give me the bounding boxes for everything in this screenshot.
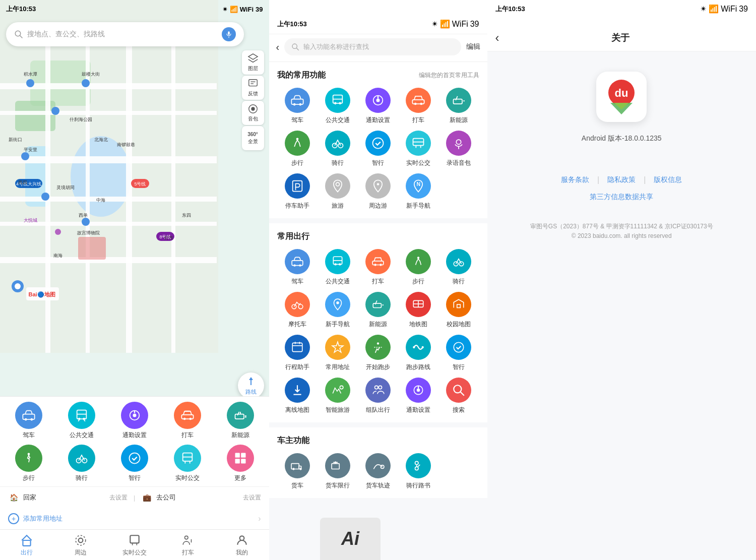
ct-moto[interactable]: 摩托车: [277, 292, 318, 329]
quick-icon-walk[interactable]: 步行: [4, 445, 53, 482]
nav-item-nearby[interactable]: 周边: [54, 530, 108, 560]
func-bike[interactable]: 骑行: [318, 131, 358, 167]
ct-drive[interactable]: 驾车: [277, 249, 318, 286]
ct-address[interactable]: 常用地址: [318, 335, 358, 371]
ct-offline[interactable]: 离线地图: [277, 378, 318, 414]
route-button[interactable]: 路线: [238, 372, 264, 399]
svg-point-58: [251, 107, 255, 110]
ev-label: 新能源: [231, 431, 249, 440]
ct-roadbook[interactable]: 骑行路书: [398, 453, 438, 490]
func-realbus[interactable]: 实时公交: [398, 131, 438, 167]
quick-icon-realbus[interactable]: 实时公交: [163, 445, 212, 482]
ct-walk[interactable]: 步行: [398, 249, 438, 286]
quick-icon-drive[interactable]: 驾车: [4, 402, 53, 440]
ct-taxi[interactable]: 打车: [358, 249, 398, 286]
layers-tool[interactable]: 图层: [242, 50, 264, 75]
quick-icon-transit[interactable]: 公共交通: [57, 402, 106, 440]
svg-point-170: [379, 386, 382, 389]
nav-realtime-label: 实时公交: [122, 548, 147, 557]
ct-bike[interactable]: 骑行: [438, 249, 479, 286]
nav-item-mine[interactable]: 我的: [215, 530, 269, 560]
quick-icon-bike[interactable]: 骑行: [57, 445, 106, 482]
svg-text:Bai🔵地图: Bai🔵地图: [28, 291, 55, 298]
ct-trucktrack[interactable]: 货车轨迹: [358, 453, 398, 490]
edit-btn[interactable]: 编辑: [466, 42, 480, 51]
my-functions-action[interactable]: 编辑您的首页常用工具: [419, 71, 479, 80]
ct-search[interactable]: 搜索: [438, 378, 479, 414]
ev-icon-bg: [227, 402, 254, 429]
nav-item-realtime[interactable]: 实时公交: [107, 530, 161, 560]
panorama-tool[interactable]: 360° 全景: [242, 126, 264, 150]
func-travel[interactable]: 旅游: [318, 173, 358, 210]
func-taxi[interactable]: 打车: [398, 88, 438, 125]
ct-novice[interactable]: 新手导航: [318, 292, 358, 329]
commute-label: 通勤设置: [122, 431, 147, 440]
ct-group[interactable]: 组队出行: [358, 378, 398, 414]
svg-line-79: [237, 412, 239, 415]
func-transit[interactable]: 公共交通: [318, 88, 358, 125]
ct-transit[interactable]: 公共交通: [318, 249, 358, 286]
svg-point-183: [415, 461, 419, 465]
ct-running[interactable]: 开始跑步: [358, 335, 398, 371]
work-name: 去公司: [156, 493, 238, 502]
quick-icon-commute[interactable]: 通勤设置: [110, 402, 159, 440]
quick-icon-smart[interactable]: 智行: [110, 445, 159, 482]
status-icons-left: ✴ 📶 WiFi 39: [222, 6, 263, 13]
func-ev[interactable]: 新能源: [438, 88, 479, 125]
svg-point-140: [334, 263, 336, 265]
privacy-link[interactable]: 隐私政策: [599, 173, 644, 186]
nav-item-travel[interactable]: 出行: [0, 530, 54, 560]
svg-text:北海北: 北海北: [94, 137, 108, 142]
map-search-bar[interactable]: 搜地点、查公交、找路线: [6, 22, 244, 46]
map-panel: 上午10:53 ✴ 📶 WiFi 39: [0, 0, 269, 560]
third-party-link[interactable]: 第三方信息数据共享: [590, 193, 653, 202]
back-btn-right[interactable]: ‹: [495, 32, 499, 44]
add-location-btn[interactable]: + 添加常用地址 ›: [0, 510, 269, 529]
func-novice[interactable]: N 新手导航: [398, 173, 438, 210]
svg-point-146: [454, 262, 459, 266]
ct-truck[interactable]: 货车: [277, 453, 318, 490]
copyright-link[interactable]: 版权信息: [646, 173, 690, 186]
func-drive[interactable]: 驾车: [277, 88, 318, 125]
svg-rect-76: [235, 414, 244, 419]
cargo-header: 车主功能: [277, 435, 479, 446]
svg-point-17: [82, 79, 90, 87]
transit-label: 公共交通: [70, 431, 94, 440]
func-novice-label: 新手导航: [406, 202, 430, 210]
svg-point-150: [336, 301, 339, 304]
func-nearby-travel[interactable]: 周边游: [358, 173, 398, 210]
func-commute[interactable]: 通勤设置: [358, 88, 398, 125]
terms-link[interactable]: 服务条款: [553, 173, 597, 186]
ct-metro[interactable]: 地铁图: [398, 292, 438, 329]
home-action[interactable]: 去设置: [109, 493, 128, 502]
ct-smarttravel[interactable]: 智能旅游: [318, 378, 358, 414]
ct-runroute[interactable]: 跑步路线: [398, 335, 438, 371]
svg-rect-151: [373, 303, 381, 308]
ct-smartnav[interactable]: 智行: [438, 335, 479, 371]
feedback-tool[interactable]: 反馈: [242, 76, 264, 100]
func-smart[interactable]: 智行: [358, 131, 398, 167]
ct-trip[interactable]: 行程助手: [277, 335, 318, 371]
quick-icon-more[interactable]: 更多: [216, 445, 265, 482]
work-action[interactable]: 去设置: [243, 493, 261, 502]
nav-item-hail[interactable]: 打车: [161, 530, 215, 560]
middle-search-bar[interactable]: 输入功能名称进行查找: [284, 38, 461, 55]
ct-ev[interactable]: 新能源: [358, 292, 398, 329]
svg-point-122: [338, 143, 343, 148]
bike-icon-bg: [68, 445, 95, 472]
nearby-nav-icon: [74, 534, 87, 547]
svg-point-23: [41, 193, 49, 201]
ct-campus[interactable]: 校园地图: [438, 292, 479, 329]
quick-icon-ev[interactable]: 新能源: [216, 402, 265, 440]
hail-nav-icon: [181, 534, 195, 547]
svg-text:南海: 南海: [53, 253, 62, 258]
func-parking[interactable]: 停车助手: [277, 173, 318, 210]
func-voicepack[interactable]: 录语音包: [438, 131, 479, 167]
quick-icon-taxi[interactable]: 打车: [163, 402, 212, 440]
audio-tool[interactable]: 音包: [242, 101, 264, 125]
back-btn-middle[interactable]: ‹: [276, 41, 280, 53]
func-walk[interactable]: 步行: [277, 131, 318, 167]
ct-truckres[interactable]: 货车限行: [318, 453, 358, 490]
ct-commuteset[interactable]: 通勤设置: [398, 378, 438, 414]
voice-icon[interactable]: [222, 27, 236, 41]
